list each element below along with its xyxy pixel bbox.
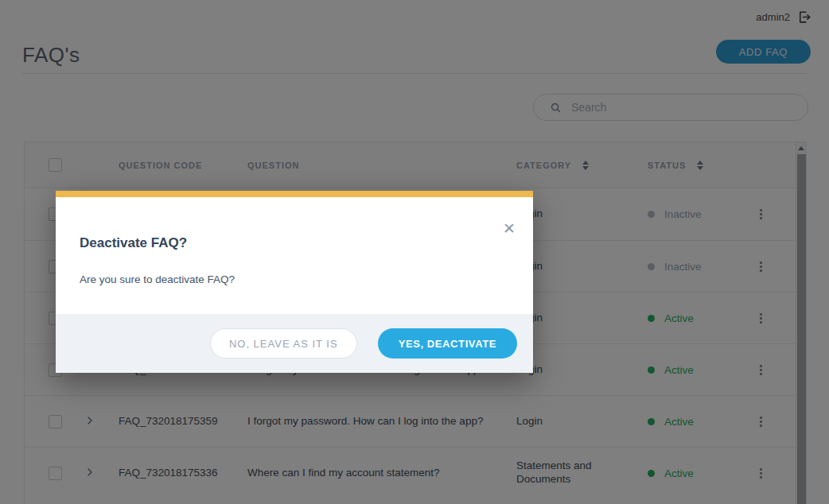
modal-body: ✕ Deactivate FAQ? Are you sure to deacti… (56, 197, 533, 314)
modal-footer: NO, LEAVE AS IT IS YES, DEACTIVATE (56, 314, 533, 373)
close-icon: ✕ (503, 220, 516, 237)
modal-message: Are you sure to deactivate FAQ? (80, 273, 509, 285)
deactivate-faq-modal: ✕ Deactivate FAQ? Are you sure to deacti… (56, 191, 533, 373)
faq-admin-page: admin2 FAQ's ADD FAQ Q (0, 0, 829, 504)
modal-accent-bar (56, 191, 533, 197)
modal-close-button[interactable]: ✕ (500, 218, 519, 239)
confirm-deactivate-button[interactable]: YES, DEACTIVATE (378, 328, 517, 359)
modal-title: Deactivate FAQ? (80, 235, 509, 251)
cancel-deactivate-button[interactable]: NO, LEAVE AS IT IS (210, 328, 357, 359)
